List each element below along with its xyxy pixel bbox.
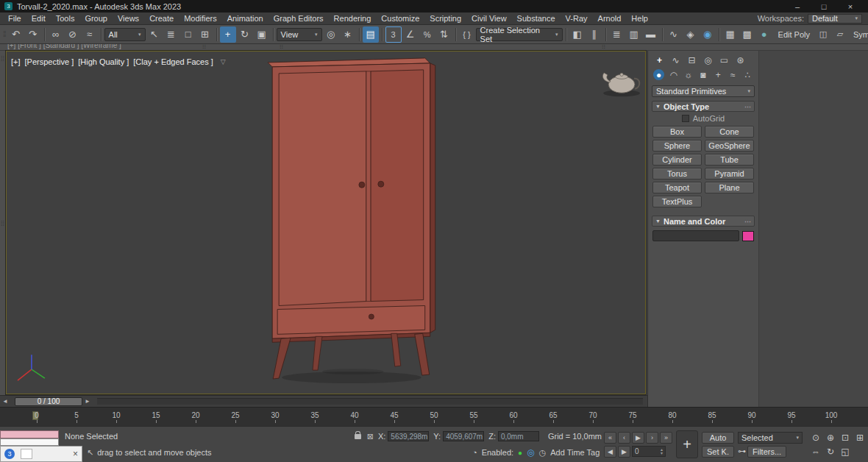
progressive-display-icon[interactable]: ◔ (472, 448, 477, 457)
time-slider-prev-icon[interactable]: ◄ (0, 398, 10, 405)
teapot-object[interactable] (602, 73, 640, 96)
object-type-button[interactable]: Teapot (652, 182, 702, 193)
next-key-button[interactable]: ▶ (618, 446, 630, 458)
wardrobe-drawer[interactable] (277, 306, 425, 335)
select-and-link-icon[interactable]: ∞ (48, 26, 64, 43)
time-slider-handle[interactable]: 0 / 100 (15, 397, 82, 406)
tab-modify[interactable]: ∿ (669, 54, 682, 65)
workspace-dropdown[interactable]: Default ▾ (808, 14, 862, 24)
rollout-name-and-color[interactable]: ▼ Name and Color ⋯ (652, 216, 755, 227)
object-type-button[interactable]: Torus (652, 168, 702, 180)
selection-filter-dropdown[interactable]: All ▾ (104, 28, 146, 41)
category-spacewarps-icon[interactable]: ≈ (728, 69, 739, 80)
tab-display[interactable]: ▭ (718, 54, 730, 65)
zoom-icon[interactable]: ⊙ (809, 431, 822, 444)
pan-icon[interactable]: ⇔ (809, 445, 822, 458)
tab-utilities[interactable]: ⊛ (734, 54, 747, 65)
zoom-extents-icon[interactable]: ⊡ (839, 431, 852, 444)
object-type-button[interactable]: Cylinder (652, 154, 702, 166)
maxscript-listener-field[interactable] (0, 438, 59, 446)
selection-region-icon[interactable]: □ (180, 26, 196, 43)
modifier-icon-b[interactable]: ▱ (832, 26, 848, 43)
modifier-icon-a[interactable]: ◫ (815, 26, 831, 43)
selection-lock-icon[interactable] (355, 434, 361, 439)
toolbar-grip[interactable]: ⁞⁞ (3, 30, 6, 38)
mirror-icon[interactable]: ◧ (569, 26, 586, 43)
absolute-offset-icon[interactable]: ⊠ (367, 432, 374, 441)
z-field[interactable]: 0,0mm (498, 431, 539, 441)
object-type-button[interactable]: Plane (705, 182, 754, 193)
degradation-toggle-icon[interactable]: ◎ (527, 447, 534, 458)
render-setup-icon[interactable]: ▦ (722, 26, 739, 43)
use-pivot-center-icon[interactable]: ◎ (323, 26, 339, 43)
material-editor-icon[interactable]: ◉ (700, 26, 716, 43)
object-type-button[interactable]: Tube (705, 154, 754, 166)
ribbon-toggle-icon[interactable]: ▬ (643, 26, 659, 43)
menu-item[interactable]: Substance (512, 14, 561, 23)
object-type-button[interactable]: Pyramid (705, 168, 754, 180)
primitives-dropdown[interactable]: Standard Primitives ▾ (652, 85, 755, 97)
maximize-button[interactable]: □ (811, 0, 837, 13)
select-and-manipulate-icon[interactable]: ∗ (340, 26, 356, 43)
current-frame-field[interactable]: 0 ▴ ▾ (632, 446, 666, 457)
x-field[interactable]: 5639,298m (388, 431, 429, 441)
select-object-icon[interactable]: ↖ (146, 26, 163, 43)
schematic-view-icon[interactable]: ◈ (683, 26, 699, 43)
dock-grip[interactable]: ⁞⁞ (280, 44, 283, 50)
select-by-name-icon[interactable]: ≣ (163, 26, 179, 43)
object-type-button[interactable]: GeoSphere (705, 140, 754, 152)
reference-coordinate-dropdown[interactable]: View ▾ (277, 28, 322, 41)
bind-to-space-warp-icon[interactable]: ≈ (82, 26, 98, 43)
menu-item[interactable]: Views (113, 14, 144, 23)
tab-motion[interactable]: ◎ (702, 54, 714, 65)
curve-editor-icon[interactable]: ∿ (666, 26, 682, 43)
time-slider-next-icon[interactable]: ► (82, 398, 93, 405)
angle-snap-icon[interactable]: ∠ (402, 26, 419, 43)
menu-item[interactable]: Group (79, 14, 113, 23)
zoom-region-icon[interactable]: ⊞ (853, 431, 867, 444)
minimize-button[interactable]: – (784, 0, 811, 13)
auto-key-button[interactable]: Auto (702, 432, 734, 444)
menu-item[interactable]: Rendering (329, 14, 377, 23)
undo-icon[interactable]: ↶ (8, 26, 24, 43)
set-key-button[interactable]: Set K. (702, 446, 734, 458)
unlink-selection-icon[interactable]: ⊘ (65, 26, 81, 43)
previous-key-button[interactable]: ◀ (604, 446, 616, 458)
orbit-icon[interactable]: ↻ (824, 445, 837, 458)
macro-recorder-field[interactable] (0, 430, 59, 438)
category-cameras-icon[interactable]: ◙ (697, 69, 708, 80)
select-and-move-icon[interactable]: + (220, 26, 236, 43)
edit-named-selection-sets-icon[interactable]: { } (459, 26, 475, 43)
symmetry-button[interactable]: Symmetry (849, 30, 868, 39)
per-view-filter-icon[interactable]: ▽ (221, 58, 226, 65)
object-type-button[interactable]: TextPlus (652, 196, 702, 207)
menu-item[interactable]: Scripting (424, 14, 466, 23)
y-field[interactable]: 4059,607m (443, 431, 484, 441)
zoom-all-icon[interactable]: ⊕ (824, 431, 837, 444)
wardrobe-object[interactable] (268, 58, 435, 379)
perspective-viewport[interactable]: [+] [Perspective ] [High Quality ] [Clay… (6, 51, 646, 394)
keyboard-override-icon[interactable]: ▤ (363, 26, 379, 43)
rendered-frame-window-icon[interactable]: ▩ (739, 26, 755, 43)
edit-poly-button[interactable]: Edit Poly (774, 30, 814, 39)
window-crossing-icon[interactable]: ⊞ (197, 26, 213, 43)
object-color-swatch[interactable] (742, 231, 754, 241)
rollout-object-type[interactable]: ▼ Object Type ⋯ (652, 101, 755, 112)
set-keys-button[interactable]: + (676, 430, 698, 458)
add-time-tag[interactable]: Add Time Tag (550, 448, 600, 457)
percent-snap-icon[interactable]: % (419, 26, 435, 43)
next-frame-button[interactable]: › (646, 432, 658, 444)
category-shapes-icon[interactable]: ◠ (668, 69, 679, 80)
go-to-start-button[interactable]: « (604, 432, 616, 444)
viewport-menu-shading[interactable]: [Clay + Edged Faces ] (133, 57, 213, 66)
key-filters-button[interactable]: Filters... (747, 446, 786, 458)
menu-item[interactable]: File (3, 14, 26, 23)
mini-window-close-icon[interactable]: × (73, 449, 78, 459)
category-helpers-icon[interactable]: + (713, 69, 724, 80)
object-type-button[interactable]: Box (652, 126, 702, 138)
viewport-menu-pov[interactable]: [Perspective ] (25, 57, 74, 66)
viewport-menu-quality[interactable]: [High Quality ] (78, 57, 129, 66)
track-bar[interactable]: 0 5 10 15 20 25 30 35 40 45 (0, 407, 868, 426)
wardrobe-side[interactable] (430, 63, 435, 333)
menu-item[interactable]: Modifiers (179, 14, 222, 23)
